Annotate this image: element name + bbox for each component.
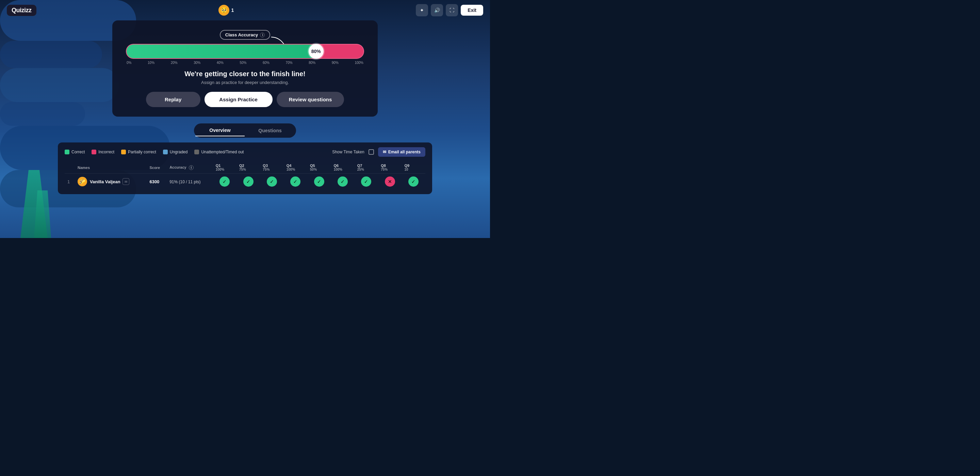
review-questions-button[interactable]: Review questions <box>277 92 344 107</box>
partial-dot <box>121 149 126 154</box>
results-card: Class Accuracy ℹ 80% 0% 10% 20% 30% <box>112 21 378 117</box>
player-name: Vanilla Valjean <box>90 179 121 184</box>
fullscreen-button[interactable]: ⛶ <box>446 4 458 16</box>
scale-50: 50% <box>240 61 247 65</box>
q2-header: Q275% <box>237 162 260 174</box>
message-sub: Assign as practice for deeper understand… <box>126 80 364 85</box>
main-content: Class Accuracy ℹ 80% 0% 10% 20% 30% <box>0 21 490 194</box>
col-num <box>65 162 75 174</box>
q8-header: Q875% <box>378 162 401 174</box>
progress-track: 80% <box>126 44 364 59</box>
player-count: 1 <box>231 8 234 13</box>
accuracy-info-icon[interactable]: ℹ <box>189 165 194 170</box>
tab-questions[interactable]: Questions <box>245 125 295 136</box>
legend-ungraded: Ungraded <box>163 149 188 154</box>
scale-30: 30% <box>194 61 200 65</box>
player-q4: ✓ <box>284 174 307 190</box>
legend-partial: Partially correct <box>121 149 156 154</box>
q5-header: Q550% <box>307 162 331 174</box>
legend-ungraded-label: Ungraded <box>170 149 188 154</box>
col-names: Names <box>75 162 147 174</box>
scale-20: 20% <box>171 61 178 65</box>
col-score: Score <box>147 162 167 174</box>
legend-correct: Correct <box>65 149 85 154</box>
player-q1: ✓ <box>213 174 237 190</box>
player-q3: ✓ <box>260 174 283 190</box>
legend-incorrect-label: Incorrect <box>98 149 115 154</box>
show-time-checkbox[interactable] <box>369 149 374 155</box>
scale-0: 0% <box>127 61 131 65</box>
player-score-cell: 6300 <box>147 174 167 190</box>
email-icon: ✉ <box>383 149 386 154</box>
info-icon[interactable]: ℹ <box>260 33 265 37</box>
q7-header: Q725% <box>355 162 378 174</box>
player-email-icon[interactable]: ✉ <box>123 178 129 185</box>
replay-button[interactable]: Replay <box>146 92 200 107</box>
scale-70: 70% <box>286 61 293 65</box>
show-time-label: Show Time Taken <box>332 149 364 154</box>
results-table: Names Score Accuracy ℹ Q1100% Q275% <box>65 162 425 189</box>
answer-q6: ✓ <box>337 176 348 187</box>
tab-overview[interactable]: Overview <box>195 125 245 136</box>
effects-button[interactable]: ✦ <box>416 4 428 16</box>
assign-practice-button[interactable]: Assign Practice <box>205 92 272 107</box>
answer-q2: ✓ <box>243 176 253 187</box>
player-q9: ✓ <box>402 174 426 190</box>
avatar: 🌮 <box>78 177 87 186</box>
answer-q1: ✓ <box>220 176 230 187</box>
player-accuracy-cell: 91% (10 / 11 pts) <box>167 174 213 190</box>
exit-button[interactable]: Exit <box>461 5 483 16</box>
scale-60: 60% <box>263 61 269 65</box>
unattempted-dot <box>194 149 199 154</box>
answer-q4: ✓ <box>290 176 301 187</box>
progress-scale: 0% 10% 20% 30% 40% 50% 60% 70% 80% 90% 1… <box>126 61 364 65</box>
message-title: We're getting closer to the finish line! <box>126 70 364 78</box>
tabs-container: Overview Questions <box>7 124 483 138</box>
answer-q8: ✕ <box>385 176 395 187</box>
correct-dot <box>65 149 69 154</box>
legend-incorrect: Incorrect <box>92 149 115 154</box>
q3-header: Q375% <box>260 162 283 174</box>
answer-q5: ✓ <box>314 176 324 187</box>
table-row: 1 🌮 Vanilla Valjean ✉ 6300 91% (10 / 11 … <box>65 174 425 190</box>
email-all-parents-button[interactable]: ✉ Email all parents <box>378 147 425 157</box>
topbar: Quizizz 🥺 1 ✦ 🔊 ⛶ Exit <box>0 0 490 21</box>
player-q8: ✕ <box>378 174 401 190</box>
player-score: 6300 <box>150 179 159 184</box>
player-q2: ✓ <box>237 174 260 190</box>
player-num: 1 <box>65 174 75 190</box>
action-buttons: Replay Assign Practice Review questions <box>126 92 364 107</box>
incorrect-dot <box>92 149 96 154</box>
answer-q3: ✓ <box>267 176 277 187</box>
legend-controls: Show Time Taken ✉ Email all parents <box>332 147 425 157</box>
logo-text: Quizizz <box>11 7 32 14</box>
topbar-controls: ✦ 🔊 ⛶ Exit <box>416 4 483 16</box>
logo: Quizizz <box>7 5 37 16</box>
scale-10: 10% <box>148 61 154 65</box>
scale-40: 40% <box>217 61 224 65</box>
ungraded-dot <box>163 149 168 154</box>
player-q5: ✓ <box>307 174 331 190</box>
answer-q9: ✓ <box>408 176 418 187</box>
player-badge: 🥺 1 <box>218 5 234 16</box>
col-accuracy: Accuracy ℹ <box>167 162 213 174</box>
legend-row: Correct Incorrect Partially correct Ungr… <box>65 147 425 157</box>
legend-partial-label: Partially correct <box>128 149 156 154</box>
scale-100: 100% <box>355 61 363 65</box>
legend-correct-label: Correct <box>72 149 85 154</box>
q9-header: Q910 <box>402 162 426 174</box>
class-accuracy-label: Class Accuracy ℹ <box>220 30 270 40</box>
legend-unattempted: Unattempted/Timed out <box>194 149 243 154</box>
scale-90: 90% <box>332 61 339 65</box>
overview-section: Correct Incorrect Partially correct Ungr… <box>58 143 432 194</box>
sound-button[interactable]: 🔊 <box>431 4 443 16</box>
q4-header: Q4100% <box>284 162 307 174</box>
progress-fill: 80% <box>127 44 316 58</box>
player-accuracy: 91% (10 / 11 pts) <box>169 179 200 184</box>
message-section: We're getting closer to the finish line!… <box>126 70 364 85</box>
legend-unattempted-label: Unattempted/Timed out <box>201 149 243 154</box>
q1-header: Q1100% <box>213 162 237 174</box>
q6-header: Q6100% <box>331 162 354 174</box>
player-emoji: 🥺 <box>218 5 229 16</box>
accuracy-label-row: Class Accuracy ℹ <box>126 30 364 40</box>
